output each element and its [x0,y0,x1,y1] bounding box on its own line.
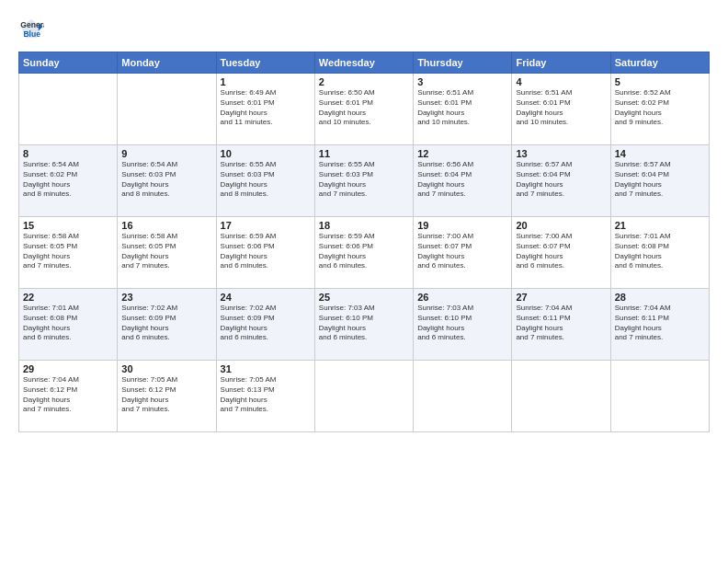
calendar-day-cell: 4Sunrise: 6:51 AMSunset: 6:01 PMDaylight… [512,74,610,145]
day-number: 14 [615,148,705,159]
day-number: 20 [516,220,606,231]
day-info: Sunrise: 6:57 AMSunset: 6:04 PMDaylight … [516,160,606,200]
calendar-header-row: SundayMondayTuesdayWednesdayThursdayFrid… [19,52,710,74]
day-info: Sunrise: 6:50 AMSunset: 6:01 PMDaylight … [319,88,409,128]
calendar-day-cell: 15Sunrise: 6:58 AMSunset: 6:05 PMDayligh… [19,217,118,289]
page: General Blue SundayMondayTuesdayWednesda… [0,0,728,563]
day-number: 30 [121,363,211,374]
day-info: Sunrise: 6:54 AMSunset: 6:03 PMDaylight … [121,160,211,200]
calendar-day-cell [314,361,413,432]
calendar-day-cell [118,74,216,145]
day-info: Sunrise: 7:04 AMSunset: 6:11 PMDaylight … [516,304,606,343]
day-info: Sunrise: 6:55 AMSunset: 6:03 PMDaylight … [319,160,409,200]
calendar-day-header: Thursday [414,52,512,74]
day-info: Sunrise: 7:01 AMSunset: 6:08 PMDaylight … [615,232,705,271]
calendar-day-cell: 19Sunrise: 7:00 AMSunset: 6:07 PMDayligh… [414,217,512,289]
calendar-day-header: Monday [118,52,216,74]
day-number: 5 [615,76,705,87]
day-number: 8 [23,148,113,159]
day-info: Sunrise: 7:00 AMSunset: 6:07 PMDaylight … [516,232,606,271]
calendar-table: SundayMondayTuesdayWednesdayThursdayFrid… [18,52,710,432]
calendar-day-header: Wednesday [314,52,413,74]
calendar-day-cell: 13Sunrise: 6:57 AMSunset: 6:04 PMDayligh… [512,145,610,217]
day-info: Sunrise: 7:02 AMSunset: 6:09 PMDaylight … [121,304,211,343]
day-number: 23 [121,292,211,303]
day-number: 31 [221,363,311,374]
day-number: 22 [23,292,113,303]
calendar-day-cell: 18Sunrise: 6:59 AMSunset: 6:06 PMDayligh… [314,217,413,289]
day-info: Sunrise: 7:05 AMSunset: 6:13 PMDaylight … [221,375,311,415]
day-info: Sunrise: 6:59 AMSunset: 6:06 PMDaylight … [319,232,409,271]
logo-icon: General Blue [18,17,44,42]
day-info: Sunrise: 7:04 AMSunset: 6:11 PMDaylight … [615,304,705,343]
day-info: Sunrise: 7:01 AMSunset: 6:08 PMDaylight … [23,304,113,343]
day-number: 15 [23,220,113,231]
calendar-day-cell: 11Sunrise: 6:55 AMSunset: 6:03 PMDayligh… [314,145,413,217]
calendar-day-cell: 29Sunrise: 7:04 AMSunset: 6:12 PMDayligh… [19,361,118,432]
calendar-week-row: 29Sunrise: 7:04 AMSunset: 6:12 PMDayligh… [19,361,710,432]
calendar-day-cell [414,361,512,432]
calendar-week-row: 22Sunrise: 7:01 AMSunset: 6:08 PMDayligh… [19,289,710,361]
day-number: 24 [221,292,311,303]
calendar-week-row: 15Sunrise: 6:58 AMSunset: 6:05 PMDayligh… [19,217,710,289]
calendar-day-cell: 22Sunrise: 7:01 AMSunset: 6:08 PMDayligh… [19,289,118,361]
calendar-day-cell: 8Sunrise: 6:54 AMSunset: 6:02 PMDaylight… [19,145,118,217]
day-info: Sunrise: 6:58 AMSunset: 6:05 PMDaylight … [23,232,113,271]
calendar-day-cell: 14Sunrise: 6:57 AMSunset: 6:04 PMDayligh… [610,145,709,217]
calendar-day-cell: 1Sunrise: 6:49 AMSunset: 6:01 PMDaylight… [216,74,314,145]
calendar-day-cell [512,361,610,432]
logo: General Blue [18,17,48,42]
calendar-day-cell: 3Sunrise: 6:51 AMSunset: 6:01 PMDaylight… [414,74,512,145]
calendar-day-cell: 2Sunrise: 6:50 AMSunset: 6:01 PMDaylight… [314,74,413,145]
day-number: 21 [615,220,705,231]
day-info: Sunrise: 7:02 AMSunset: 6:09 PMDaylight … [221,304,311,343]
day-number: 16 [121,220,211,231]
calendar-day-cell: 26Sunrise: 7:03 AMSunset: 6:10 PMDayligh… [414,289,512,361]
calendar-day-cell: 27Sunrise: 7:04 AMSunset: 6:11 PMDayligh… [512,289,610,361]
day-info: Sunrise: 6:56 AMSunset: 6:04 PMDaylight … [417,160,507,200]
day-number: 9 [121,148,211,159]
calendar-day-cell: 10Sunrise: 6:55 AMSunset: 6:03 PMDayligh… [216,145,314,217]
calendar-day-header: Sunday [19,52,118,74]
day-number: 17 [221,220,311,231]
day-number: 10 [221,148,311,159]
calendar-week-row: 1Sunrise: 6:49 AMSunset: 6:01 PMDaylight… [19,74,710,145]
day-number: 1 [221,76,311,87]
day-number: 27 [516,292,606,303]
calendar-week-row: 8Sunrise: 6:54 AMSunset: 6:02 PMDaylight… [19,145,710,217]
calendar-day-cell: 20Sunrise: 7:00 AMSunset: 6:07 PMDayligh… [512,217,610,289]
calendar-day-cell: 9Sunrise: 6:54 AMSunset: 6:03 PMDaylight… [118,145,216,217]
calendar-day-header: Friday [512,52,610,74]
day-info: Sunrise: 6:58 AMSunset: 6:05 PMDaylight … [121,232,211,271]
calendar-day-header: Saturday [610,52,709,74]
day-info: Sunrise: 6:55 AMSunset: 6:03 PMDaylight … [221,160,311,200]
day-info: Sunrise: 7:03 AMSunset: 6:10 PMDaylight … [319,304,409,343]
day-number: 3 [417,76,507,87]
day-number: 25 [319,292,409,303]
calendar-day-cell: 5Sunrise: 6:52 AMSunset: 6:02 PMDaylight… [610,74,709,145]
calendar-day-cell: 21Sunrise: 7:01 AMSunset: 6:08 PMDayligh… [610,217,709,289]
calendar-day-cell [19,74,118,145]
calendar-day-cell: 24Sunrise: 7:02 AMSunset: 6:09 PMDayligh… [216,289,314,361]
day-info: Sunrise: 7:03 AMSunset: 6:10 PMDaylight … [417,304,507,343]
calendar-day-cell: 23Sunrise: 7:02 AMSunset: 6:09 PMDayligh… [118,289,216,361]
calendar-day-cell: 12Sunrise: 6:56 AMSunset: 6:04 PMDayligh… [414,145,512,217]
day-number: 28 [615,292,705,303]
calendar-day-cell: 16Sunrise: 6:58 AMSunset: 6:05 PMDayligh… [118,217,216,289]
calendar-day-cell: 30Sunrise: 7:05 AMSunset: 6:12 PMDayligh… [118,361,216,432]
day-info: Sunrise: 7:05 AMSunset: 6:12 PMDaylight … [121,375,211,415]
day-number: 18 [319,220,409,231]
calendar-day-cell: 31Sunrise: 7:05 AMSunset: 6:13 PMDayligh… [216,361,314,432]
svg-text:Blue: Blue [23,29,40,39]
day-info: Sunrise: 7:00 AMSunset: 6:07 PMDaylight … [417,232,507,271]
day-info: Sunrise: 6:57 AMSunset: 6:04 PMDaylight … [615,160,705,200]
day-info: Sunrise: 6:51 AMSunset: 6:01 PMDaylight … [516,88,606,128]
day-number: 26 [417,292,507,303]
day-info: Sunrise: 6:54 AMSunset: 6:02 PMDaylight … [23,160,113,200]
calendar-day-cell: 25Sunrise: 7:03 AMSunset: 6:10 PMDayligh… [314,289,413,361]
header: General Blue [18,17,710,42]
day-number: 4 [516,76,606,87]
day-info: Sunrise: 6:51 AMSunset: 6:01 PMDaylight … [417,88,507,128]
day-info: Sunrise: 7:04 AMSunset: 6:12 PMDaylight … [23,375,113,415]
calendar-day-header: Tuesday [216,52,314,74]
